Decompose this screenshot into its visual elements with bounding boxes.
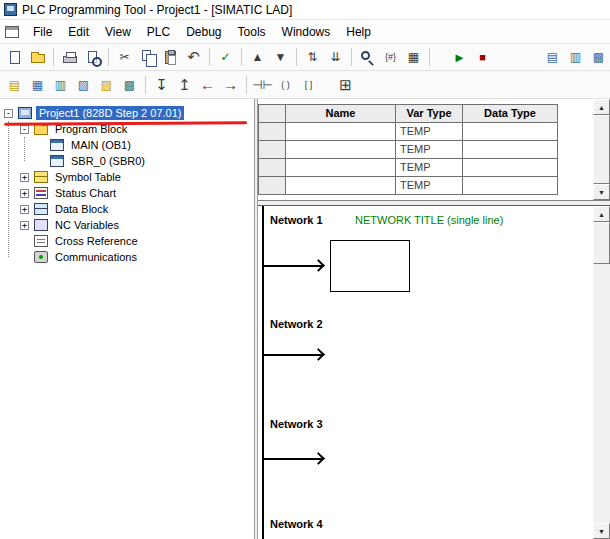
open-file-icon[interactable]	[26, 46, 49, 68]
row-header-cell[interactable]	[259, 177, 286, 195]
toolbar-separator	[246, 76, 247, 94]
menu-windows[interactable]: Windows	[274, 22, 339, 42]
menu-tools[interactable]: Tools	[230, 22, 274, 42]
navigate-down-icon[interactable]: ↧	[150, 74, 173, 96]
ladder-view-icon[interactable]: ▤	[541, 46, 564, 68]
network-3-label[interactable]: Network 3	[270, 418, 323, 430]
network-1-label[interactable]: Network 1	[270, 214, 323, 226]
expand-icon[interactable]: +	[20, 205, 29, 214]
sort-ascending-icon[interactable]: ⇅	[301, 46, 324, 68]
tree-item-nc-variables[interactable]: + NC Variables	[0, 217, 254, 233]
system-block-icon[interactable]: ▨	[95, 74, 118, 96]
scroll-down-icon[interactable]: ▼	[593, 184, 610, 200]
compile-icon[interactable]: ✓	[214, 46, 237, 68]
menu-file[interactable]: File	[25, 22, 60, 42]
scroll-down-icon[interactable]: ▼	[593, 523, 610, 539]
tree-item-label: MAIN (OB1)	[68, 138, 134, 152]
stl-view-icon[interactable]: ▥	[564, 46, 587, 68]
cross-reference-icon[interactable]: ▩	[118, 74, 141, 96]
ladder-cursor-box[interactable]	[330, 240, 410, 292]
menu-plc[interactable]: PLC	[139, 22, 178, 42]
collapse-icon[interactable]: -	[20, 125, 29, 134]
tree-item-data-block[interactable]: + Data Block	[0, 201, 254, 217]
name-cell[interactable]	[286, 123, 396, 141]
menu-edit[interactable]: Edit	[60, 22, 97, 42]
tree-item-label: Communications	[52, 250, 140, 264]
program-block-icon[interactable]: ▤	[3, 74, 26, 96]
new-file-icon[interactable]	[3, 46, 26, 68]
tree-item-project1[interactable]: - Project1 (828D Step 2 07.01)	[0, 105, 254, 121]
print-preview-glyph	[88, 51, 97, 63]
tree-item-main-ob1[interactable]: MAIN (OB1)	[0, 137, 254, 153]
data-type-cell[interactable]	[463, 159, 558, 177]
var-type-cell[interactable]: TEMP	[396, 159, 463, 177]
name-cell[interactable]	[286, 159, 396, 177]
row-header-cell[interactable]	[259, 123, 286, 141]
table-scrollbar[interactable]: ▲ ▼	[593, 99, 610, 200]
row-header-cell[interactable]	[259, 159, 286, 177]
coil-icon[interactable]: ( )	[274, 74, 297, 96]
data-type-cell[interactable]	[463, 141, 558, 159]
data-type-cell[interactable]	[463, 177, 558, 195]
scrollbar-thumb[interactable]	[593, 222, 610, 264]
fbd-view-icon[interactable]: ▩	[587, 46, 610, 68]
data-block-icon[interactable]: ▧	[72, 74, 95, 96]
edit-toolbar: ▤ ▦ ▥ ▧ ▨ ▩ ↧ ↥ ← → ⊣⊢ ( ) [ ] ⊞	[0, 71, 610, 99]
scrollbar-track[interactable]	[593, 264, 610, 523]
navigate-up-icon[interactable]: ↥	[173, 74, 196, 96]
symbol-table-icon[interactable]: ▦	[26, 74, 49, 96]
mdi-child-icon[interactable]	[5, 26, 19, 38]
cut-icon[interactable]: ✂	[113, 46, 136, 68]
constants-icon[interactable]: {#}	[379, 46, 402, 68]
tree-item-symbol-table[interactable]: + Symbol Table	[0, 169, 254, 185]
tree-item-communications[interactable]: Communications	[0, 249, 254, 265]
undo-icon[interactable]: ↶	[182, 46, 205, 68]
data-type-cell[interactable]	[463, 123, 558, 141]
status-chart-icon[interactable]: ▥	[49, 74, 72, 96]
navigate-right-icon[interactable]: →	[219, 74, 242, 96]
print-preview-icon[interactable]	[81, 46, 104, 68]
tree-item-cross-reference[interactable]: Cross Reference	[0, 233, 254, 249]
function-box-icon[interactable]: [ ]	[297, 74, 320, 96]
copy-icon[interactable]	[136, 46, 159, 68]
tree-item-sbr0[interactable]: SBR_0 (SBR0)	[0, 153, 254, 169]
print-icon[interactable]	[58, 46, 81, 68]
name-cell[interactable]	[286, 177, 396, 195]
tree-item-status-chart[interactable]: + Status Chart	[0, 185, 254, 201]
contact-icon[interactable]: ⊣⊢	[251, 74, 274, 96]
ladder-canvas[interactable]: Network 1 NETWORK TITLE (single line) Ne…	[258, 206, 593, 539]
address-table-icon[interactable]: ▦	[402, 46, 425, 68]
paste-icon[interactable]	[159, 46, 182, 68]
expand-icon[interactable]: +	[20, 221, 29, 230]
sort-descending-icon[interactable]: ⇊	[324, 46, 347, 68]
grid-icon[interactable]: ⊞	[334, 74, 357, 96]
print-glyph	[63, 56, 77, 63]
scrollbar-thumb[interactable]	[593, 115, 610, 184]
expand-icon[interactable]: +	[20, 173, 29, 182]
app-icon[interactable]	[4, 3, 17, 16]
network-2-label[interactable]: Network 2	[270, 318, 323, 330]
ladder-editor: Network 1 NETWORK TITLE (single line) Ne…	[258, 206, 610, 539]
menu-debug[interactable]: Debug	[178, 22, 229, 42]
upload-icon[interactable]: ▲	[246, 46, 269, 68]
download-icon[interactable]: ▼	[269, 46, 292, 68]
row-header-cell[interactable]	[259, 141, 286, 159]
collapse-icon[interactable]: -	[4, 109, 13, 118]
find-icon[interactable]	[356, 46, 379, 68]
name-cell[interactable]	[286, 141, 396, 159]
stop-icon[interactable]: ■	[471, 46, 494, 68]
menu-view[interactable]: View	[97, 22, 139, 42]
network-1-title[interactable]: NETWORK TITLE (single line)	[355, 214, 503, 226]
ladder-scrollbar[interactable]: ▲ ▼	[593, 206, 610, 539]
toolbar-separator	[351, 48, 352, 66]
menu-help[interactable]: Help	[338, 22, 379, 42]
var-type-cell[interactable]: TEMP	[396, 141, 463, 159]
var-type-cell[interactable]: TEMP	[396, 123, 463, 141]
expand-icon[interactable]: +	[20, 189, 29, 198]
navigate-left-icon[interactable]: ←	[196, 74, 219, 96]
var-type-cell[interactable]: TEMP	[396, 177, 463, 195]
scroll-up-icon[interactable]: ▲	[593, 206, 610, 222]
scroll-up-icon[interactable]: ▲	[593, 99, 610, 115]
run-icon[interactable]: ►	[448, 46, 471, 68]
network-4-label[interactable]: Network 4	[270, 518, 323, 530]
